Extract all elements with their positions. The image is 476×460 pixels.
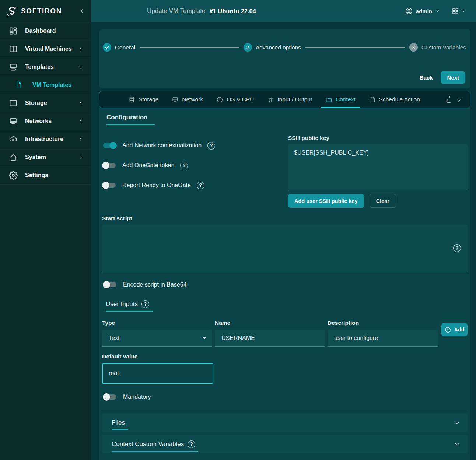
encode-base64-row: Encode script in Base64: [102, 277, 468, 292]
user-inputs-row: Type Text Name Description Add: [102, 320, 468, 347]
tab-label: Input / Output: [277, 96, 312, 103]
chevron-down-icon: [461, 9, 466, 13]
tabs-scroll-next-icon[interactable]: [456, 97, 462, 102]
toggle-row-network-contextualization: Add Network contextualization: [102, 136, 288, 155]
top-header: Update VM Template #1 Ubuntu 22.04 admin: [91, 0, 476, 22]
type-select[interactable]: Text: [102, 330, 212, 347]
toggle-label: Add Network contextualization: [122, 142, 202, 149]
chevron-down-icon: [435, 9, 440, 13]
sidebar-item-networks[interactable]: Networks: [0, 112, 91, 130]
mandatory-toggle[interactable]: [103, 393, 118, 401]
step-label: Custom Variables: [421, 44, 466, 51]
context-custom-variables-title: Context Custom Variables: [112, 440, 184, 448]
help-icon[interactable]: [207, 142, 215, 150]
start-script-block: Start script: [102, 215, 468, 271]
encode-base64-toggle[interactable]: [103, 281, 118, 288]
stepper-connector: [305, 47, 405, 48]
toggle-row-onegate-token: Add OneGate token: [102, 155, 288, 175]
toggle-label: Add OneGate token: [122, 162, 174, 169]
tab-label: Storage: [139, 96, 158, 103]
toggle-label: Report Ready to OneGate: [122, 182, 191, 189]
sidebar-item-label: Virtual Machines: [25, 46, 72, 52]
step-advanced-options[interactable]: 2 Advanced options: [244, 43, 301, 52]
settings-icon: [9, 171, 18, 180]
storage-icon: [9, 99, 18, 108]
step-label: General: [115, 44, 135, 51]
name-label: Name: [215, 320, 325, 326]
user-avatar-icon: [405, 7, 413, 15]
tab-input-output[interactable]: Input / Output: [263, 91, 316, 108]
sidebar-item-settings[interactable]: Settings: [0, 166, 91, 185]
sidebar-nav: Dashboard Virtual Machines Templates VM …: [0, 22, 91, 185]
chevron-down-icon[interactable]: [454, 441, 460, 447]
files-accordion[interactable]: Files: [102, 414, 468, 432]
tab-network[interactable]: Network: [167, 91, 207, 108]
ssh-actions: Add user SSH public key Clear: [288, 194, 468, 208]
step-custom-variables[interactable]: 3 Custom Variables: [409, 43, 466, 52]
chevron-right-icon: [78, 47, 83, 52]
sidebar-item-templates[interactable]: Templates: [0, 58, 91, 76]
tab-schedule-action[interactable]: Schedule Action: [364, 91, 424, 108]
files-title: Files: [112, 419, 125, 426]
tab-storage[interactable]: Storage: [124, 91, 163, 108]
page-title: Update VM Template: [147, 7, 205, 15]
help-icon[interactable]: [141, 300, 149, 308]
help-icon[interactable]: [197, 182, 204, 189]
sidebar-item-virtual-machines[interactable]: Virtual Machines: [0, 40, 91, 58]
toggle-label: Encode script in Base64: [123, 281, 187, 288]
stepper-connector: [140, 47, 239, 48]
step-general[interactable]: General: [103, 43, 135, 52]
report-ready-toggle[interactable]: [102, 182, 117, 189]
type-label: Type: [102, 320, 212, 326]
apps-menu-button[interactable]: [452, 7, 466, 15]
next-button[interactable]: Next: [441, 71, 465, 84]
step-number: 3: [409, 43, 418, 52]
onegate-token-toggle[interactable]: [102, 162, 117, 169]
folder-icon: [325, 96, 332, 103]
info-circle-icon: [216, 96, 223, 103]
sidebar-item-label: Storage: [25, 100, 47, 106]
step-label: Advanced options: [256, 44, 301, 51]
main-content: General 2 Advanced options 3 Custom Vari…: [91, 22, 476, 460]
clear-ssh-key-button[interactable]: Clear: [370, 194, 396, 208]
add-user-input-button[interactable]: Add: [441, 323, 468, 336]
configuration-toggles: Add Network contextualization Add OneGat…: [102, 135, 288, 208]
add-user-ssh-key-button[interactable]: Add user SSH public key: [288, 194, 364, 208]
default-value-input[interactable]: [102, 363, 213, 384]
tab-label: Context: [336, 96, 355, 103]
network-contextualization-toggle[interactable]: [102, 142, 117, 149]
sidebar-item-vm-templates[interactable]: VM Templates: [0, 76, 91, 94]
back-button[interactable]: Back: [420, 74, 433, 81]
networks-icon: [9, 117, 18, 126]
sidebar-collapse-icon[interactable]: [79, 8, 84, 14]
user-inputs-heading: User Inputs: [106, 300, 153, 312]
user-inputs-title: User Inputs: [106, 301, 138, 308]
tab-context[interactable]: Context: [321, 91, 360, 108]
start-script-textarea[interactable]: [102, 225, 468, 271]
select-arrow-icon: [203, 337, 206, 339]
chevron-right-icon: [78, 155, 83, 160]
sidebar-item-infrastructure[interactable]: Infrastructure: [0, 130, 91, 148]
help-icon[interactable]: [188, 440, 195, 448]
tab-os-cpu[interactable]: OS & CPU: [212, 91, 258, 108]
vm-icon: [9, 45, 18, 53]
user-menu-button[interactable]: admin: [405, 7, 440, 15]
step-number: 2: [244, 43, 252, 52]
description-input[interactable]: [328, 330, 438, 347]
sidebar-item-dashboard[interactable]: Dashboard: [0, 22, 91, 40]
chevron-down-icon[interactable]: [454, 420, 460, 426]
sidebar-item-storage[interactable]: Storage: [0, 94, 91, 112]
help-icon[interactable]: [453, 244, 461, 252]
context-custom-variables-heading: Context Custom Variables: [112, 437, 198, 452]
help-icon[interactable]: [180, 162, 188, 169]
monitor-icon: [172, 96, 179, 103]
database-icon: [128, 96, 135, 103]
name-input[interactable]: [215, 330, 325, 347]
sidebar-item-label: Dashboard: [25, 28, 56, 34]
ssh-public-key-textarea[interactable]: $USER[SSH_PUBLIC_KEY]: [288, 144, 468, 190]
context-custom-variables-accordion[interactable]: Context Custom Variables: [102, 435, 468, 453]
chevron-right-icon: [78, 119, 83, 124]
sidebar-item-system[interactable]: System: [0, 148, 91, 166]
wizard-steps: General 2 Advanced options 3 Custom Vari…: [99, 29, 470, 52]
type-select-value: Text: [109, 335, 119, 341]
